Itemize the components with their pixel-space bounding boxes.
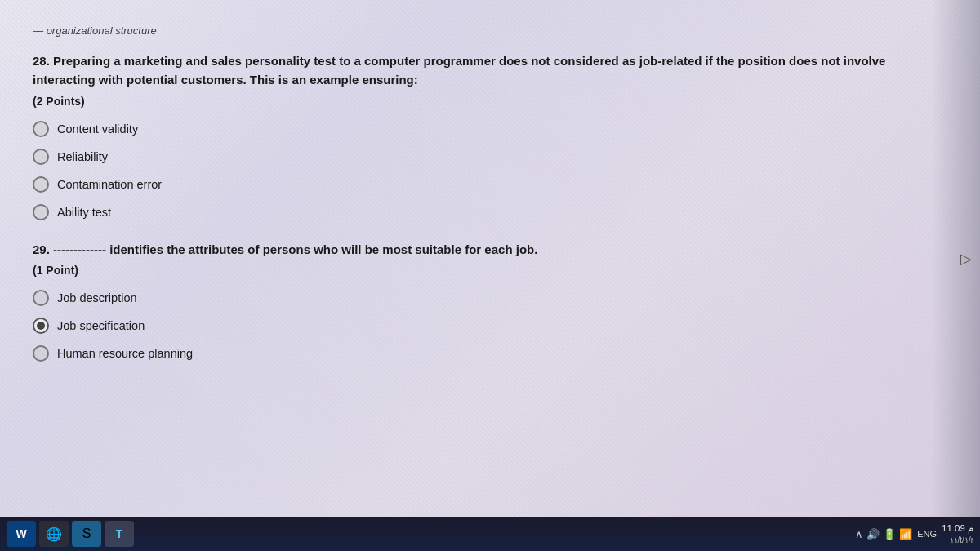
option-label: Job specification xyxy=(57,319,145,332)
top-hint: — organizational structure xyxy=(33,24,947,37)
radio-q29-a[interactable] xyxy=(33,290,49,306)
list-item[interactable]: Contamination error xyxy=(33,176,947,193)
question-29-body: identifies the attributes of persons who… xyxy=(109,242,537,256)
option-label: Human resource planning xyxy=(57,347,193,360)
option-label: Content validity xyxy=(57,122,138,136)
question-28-points: (2 Points) xyxy=(33,95,947,108)
radio-q28-a[interactable] xyxy=(33,121,49,137)
taskbar-chrome[interactable]: 🌐 xyxy=(39,521,69,547)
list-item[interactable]: Content validity xyxy=(33,121,947,137)
radio-q28-b[interactable] xyxy=(33,149,49,165)
question-28-options: Content validity Reliability Contaminati… xyxy=(33,121,947,220)
taskbar-ts[interactable]: T xyxy=(105,521,134,547)
radio-q29-c[interactable] xyxy=(33,345,49,362)
radio-q28-c[interactable] xyxy=(33,176,49,193)
list-item[interactable]: Ability test xyxy=(33,204,947,220)
option-label: Contamination error xyxy=(57,178,162,191)
date-display: r/١/t/١١ xyxy=(942,535,973,545)
question-29-points: (1 Point) xyxy=(33,264,947,277)
option-label: Job description xyxy=(57,291,137,304)
list-item[interactable]: Human resource planning xyxy=(33,345,947,362)
question-29-block: 29. ------------- identifies the attribu… xyxy=(33,240,947,362)
battery-icon: 🔋 xyxy=(883,528,896,540)
radio-q29-b[interactable] xyxy=(33,318,49,334)
question-29-dashes: ------------- xyxy=(53,242,106,256)
time-block: 11:09 م r/١/t/١١ xyxy=(942,522,973,545)
taskbar-skype[interactable]: S xyxy=(72,521,101,547)
question-28-text: 28. Preparing a marketing and sales pers… xyxy=(33,51,947,90)
question-29-options: Job description Job specification Human … xyxy=(33,290,947,362)
question-29-text: 29. ------------- identifies the attribu… xyxy=(33,240,947,259)
option-label: Ability test xyxy=(57,206,111,219)
list-item[interactable]: Reliability xyxy=(33,149,947,165)
list-item[interactable]: Job specification xyxy=(33,318,947,334)
taskbar: W 🌐 S T ∧ 🔊 🔋 📶 ENG 11:09 م r/١/t/١١ xyxy=(0,517,980,551)
question-28-block: 28. Preparing a marketing and sales pers… xyxy=(33,51,947,220)
taskbar-right: ∧ 🔊 🔋 📶 ENG 11:09 م r/١/t/١١ xyxy=(855,522,973,545)
question-29-number: 29. xyxy=(33,242,50,256)
time-display: 11:09 م xyxy=(942,522,973,535)
list-item[interactable]: Job description xyxy=(33,290,947,306)
option-label: Reliability xyxy=(57,150,108,163)
taskbar-word[interactable]: W xyxy=(7,521,36,547)
sound-icon: 🔊 xyxy=(866,528,880,540)
question-28-body: Preparing a marketing and sales personal… xyxy=(33,54,885,87)
sys-tray: ∧ 🔊 🔋 📶 xyxy=(855,528,912,540)
chevron-icon: ∧ xyxy=(855,528,863,540)
question-28-number: 28. xyxy=(33,54,50,68)
radio-q28-d[interactable] xyxy=(33,204,49,220)
scroll-arrow: ▷ xyxy=(960,250,972,268)
main-content: ▷ — organizational structure 28. Prepari… xyxy=(0,0,980,517)
language-badge: ENG xyxy=(917,529,937,539)
network-icon: 📶 xyxy=(899,528,912,540)
taskbar-left: W 🌐 S T xyxy=(7,521,134,547)
